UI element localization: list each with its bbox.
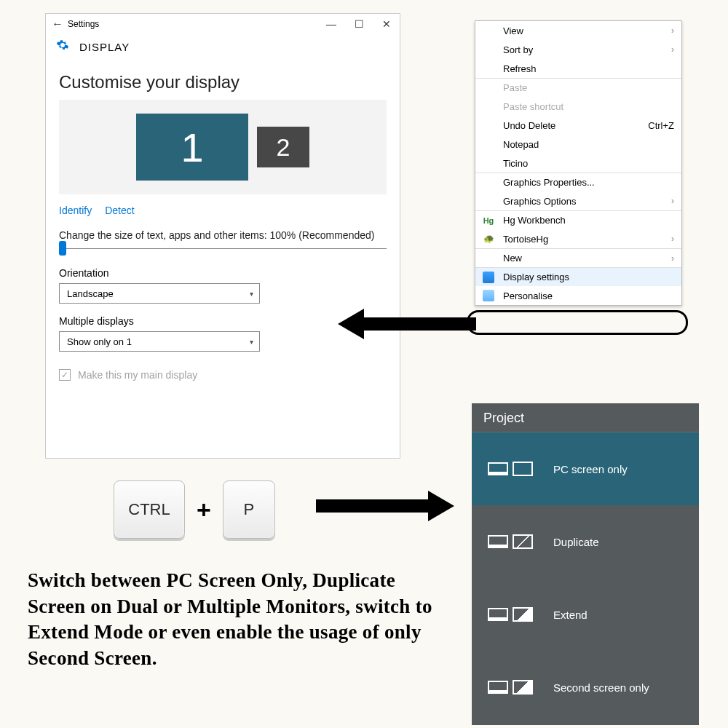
context-menu-item[interactable]: Graphics Options› [475,191,681,210]
context-menu-item[interactable]: Display settings [475,267,681,286]
context-menu-label: Display settings [503,272,569,282]
context-menu-item[interactable]: 🐢TortoiseHg› [475,229,681,248]
svg-marker-1 [316,491,454,521]
settings-window: ← Settings — ☐ ✕ DISPLAY Customise your … [45,13,400,459]
project-option-label: Second screen only [553,681,649,694]
chevron-right-icon: › [671,196,674,206]
project-option-label: PC screen only [553,463,628,475]
context-menu-label: Paste shortcut [503,101,563,112]
scale-slider[interactable] [46,245,400,256]
arrow-right-icon [316,491,454,521]
keyboard-shortcut: CTRL + P [114,480,275,539]
arrow-left-icon [338,309,476,339]
chevron-right-icon: › [671,25,674,36]
chevron-down-icon: ▾ [250,338,253,346]
p-key: P [223,480,275,539]
project-mode-icon [488,462,540,476]
shortcut-label: Ctrl+Z [648,120,674,131]
project-option-label: Extend [553,609,587,621]
monitor-icon [483,272,494,283]
project-panel: Project PC screen onlyDuplicateExtendSec… [472,403,699,725]
main-display-row: ✓ Make this my main display [46,352,400,381]
project-mode-icon [488,680,540,695]
gear-icon [56,39,69,55]
context-menu-label: Hg Workbench [503,215,566,226]
caption-text: Switch between PC Screen Only, Duplicate… [28,568,435,672]
display-actions: Identify Detect [46,194,400,219]
project-option[interactable]: Duplicate [472,505,699,578]
desktop-icon [483,290,494,301]
window-controls: — ☐ ✕ [324,18,394,30]
context-menu-label: Refresh [503,63,537,74]
slider-thumb[interactable] [59,241,66,256]
multiple-displays-value: Show only on 1 [67,336,132,347]
display-preview[interactable]: 1 2 [59,100,387,194]
orientation-value: Landscape [67,288,114,299]
main-display-checkbox[interactable]: ✓ [59,369,71,381]
context-menu-item[interactable]: View› [475,21,681,40]
plus-icon: + [192,496,215,524]
project-title: Project [472,403,699,432]
context-menu-label: Sort by [503,44,533,55]
context-menu-item[interactable]: HgHg Workbench [475,210,681,229]
context-menu-label: Graphics Options [503,196,576,207]
context-menu-item[interactable]: Sort by› [475,40,681,59]
project-option[interactable]: PC screen only [472,432,699,505]
titlebar: ← Settings — ☐ ✕ [46,14,400,34]
monitor-1[interactable]: 1 [136,114,248,181]
window-title: Settings [68,19,324,29]
context-menu-item[interactable]: Graphics Properties... [475,173,681,191]
project-mode-icon [488,534,540,549]
detect-link[interactable]: Detect [105,205,134,216]
display-settings-highlight [467,310,688,335]
scale-label: Change the size of text, apps and other … [46,219,400,245]
tort-icon: 🐢 [483,233,494,245]
context-menu-item[interactable]: Ticino [475,154,681,173]
chevron-right-icon: › [671,253,674,264]
ctrl-key: CTRL [114,480,185,539]
context-menu-item: Paste shortcut [475,97,681,116]
maximize-icon[interactable]: ☐ [352,18,366,30]
context-menu-label: Ticino [503,158,528,169]
context-menu-label: Graphics Properties... [503,177,595,188]
main-display-label: Make this my main display [78,369,197,381]
context-menu-label: Undo Delete [503,120,555,131]
context-menu-label: View [503,25,523,36]
context-menu-item[interactable]: Personalise [475,286,681,305]
orientation-dropdown[interactable]: Landscape ▾ [59,283,260,304]
identify-link[interactable]: Identify [59,205,92,216]
desktop-context-menu: View›Sort by›RefreshPastePaste shortcutU… [475,20,682,306]
chevron-down-icon: ▾ [250,290,253,298]
project-option[interactable]: Second screen only [472,651,699,724]
minimize-icon[interactable]: — [324,18,339,30]
hg-icon: Hg [483,215,494,226]
chevron-right-icon: › [671,44,674,55]
context-menu-item[interactable]: Notepad [475,135,681,154]
context-menu-item: Paste [475,78,681,97]
orientation-label: Orientation [46,256,400,283]
close-icon[interactable]: ✕ [379,18,394,30]
header-label: DISPLAY [79,41,130,53]
context-menu-label: Paste [503,82,527,93]
context-menu-label: TortoiseHg [503,234,548,245]
section-title: Customise your display [46,62,400,100]
context-menu-label: New [503,253,522,264]
monitor-2[interactable]: 2 [257,127,309,167]
svg-marker-0 [338,309,476,339]
project-option-label: Duplicate [553,536,599,548]
multiple-displays-dropdown[interactable]: Show only on 1 ▾ [59,331,260,352]
project-option[interactable]: Extend [472,578,699,651]
settings-header: DISPLAY [46,34,400,62]
context-menu-label: Personalise [503,290,553,301]
project-mode-icon [488,607,540,622]
context-menu-label: Notepad [503,139,539,150]
context-menu-item[interactable]: New› [475,248,681,267]
context-menu-item[interactable]: Undo DeleteCtrl+Z [475,116,681,135]
chevron-right-icon: › [671,234,674,244]
back-icon[interactable]: ← [52,17,68,31]
context-menu-item[interactable]: Refresh [475,59,681,78]
